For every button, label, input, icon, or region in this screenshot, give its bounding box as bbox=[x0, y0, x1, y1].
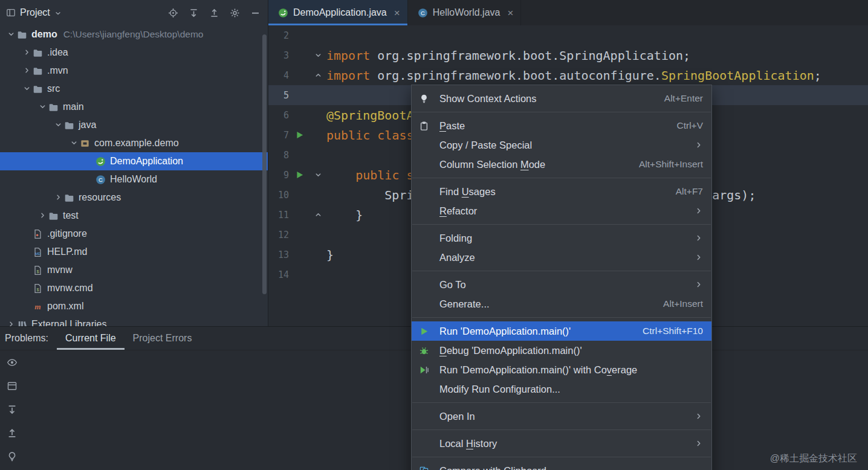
run-gutter-icon[interactable] bbox=[289, 170, 309, 179]
tree-item-mvnw[interactable]: $mvnw bbox=[0, 261, 268, 279]
menu-item-folding[interactable]: Folding bbox=[412, 228, 711, 248]
fold-down-icon[interactable] bbox=[309, 171, 326, 179]
project-view-selector[interactable]: Project bbox=[6, 7, 62, 18]
collapse-all-icon[interactable] bbox=[209, 8, 219, 18]
quickfix-bulb-icon[interactable] bbox=[7, 451, 18, 462]
menu-item-refactor[interactable]: Refactor bbox=[412, 201, 711, 221]
submenu-arrow-icon bbox=[695, 253, 703, 262]
chevron-down-icon[interactable] bbox=[21, 85, 33, 93]
line-number: 9 bbox=[268, 170, 289, 181]
tree-item-test[interactable]: test bbox=[0, 207, 268, 225]
fold-down-icon[interactable] bbox=[309, 51, 326, 59]
chevron-right-icon[interactable] bbox=[21, 66, 33, 75]
fold-up-icon[interactable] bbox=[309, 211, 326, 219]
tree-item-mvn[interactable]: .mvn bbox=[0, 62, 268, 80]
tree-item-mvnw-cmd[interactable]: $mvnw.cmd bbox=[0, 279, 268, 297]
menu-item-run-demoapplication-main-with-coverage[interactable]: Run 'DemoApplication.main()' with Covera… bbox=[412, 360, 711, 379]
preview-icon[interactable] bbox=[7, 357, 18, 368]
tree-item-help-md[interactable]: MDHELP.md bbox=[0, 243, 268, 261]
markdown-file-icon: MD bbox=[33, 247, 47, 257]
tree-item-demoapplication[interactable]: DemoApplication bbox=[0, 152, 268, 170]
menu-item-label: Find Usages bbox=[439, 186, 661, 198]
menu-item-go-to[interactable]: Go To bbox=[412, 275, 711, 294]
tree-item-idea[interactable]: .idea bbox=[0, 43, 268, 62]
code-text: } bbox=[326, 248, 334, 262]
tree-item-src[interactable]: src bbox=[0, 80, 268, 98]
fold-up-icon[interactable] bbox=[309, 71, 326, 79]
debug-icon bbox=[419, 346, 439, 356]
svg-text:$: $ bbox=[36, 286, 39, 292]
chevron-right-icon[interactable] bbox=[5, 320, 17, 326]
expand-all-icon[interactable] bbox=[7, 404, 18, 415]
chevron-down-icon[interactable] bbox=[54, 10, 62, 17]
paste-icon bbox=[419, 121, 439, 131]
chevron-right-icon[interactable] bbox=[36, 211, 48, 220]
run-gutter-icon[interactable] bbox=[289, 130, 309, 140]
menu-item-analyze[interactable]: Analyze bbox=[412, 248, 711, 267]
editor-tab-demoapplication-java[interactable]: DemoApplication.java× bbox=[268, 0, 408, 25]
chevron-down-icon[interactable] bbox=[36, 103, 48, 111]
menu-item-find-usages[interactable]: Find UsagesAlt+F7 bbox=[412, 182, 711, 201]
code-line-3[interactable]: 3import org.springframework.boot.SpringA… bbox=[268, 45, 868, 65]
menu-item-label: Run 'DemoApplication.main()' bbox=[439, 326, 628, 337]
settings-gear-icon[interactable] bbox=[230, 8, 240, 18]
tree-item-label: .mvn bbox=[47, 65, 68, 76]
tree-item-gitignore[interactable]: .gitignore bbox=[0, 225, 268, 243]
menu-item-compare-with-clipboard[interactable]: Compare with Clipboard bbox=[412, 461, 711, 470]
tree-item-label: HELP.md bbox=[47, 246, 87, 257]
menu-item-column-selection-mode[interactable]: Column Selection ModeAlt+Shift+Insert bbox=[412, 155, 711, 174]
tree-item-label: .gitignore bbox=[47, 228, 87, 239]
menu-item-label: Modify Run Configuration... bbox=[439, 384, 703, 395]
close-tab-icon[interactable]: × bbox=[507, 8, 513, 18]
hide-panel-icon[interactable] bbox=[250, 8, 261, 18]
expand-all-icon[interactable] bbox=[189, 8, 199, 18]
svg-text:C: C bbox=[421, 10, 425, 16]
menu-item-copy-paste-special[interactable]: Copy / Paste Special bbox=[412, 135, 711, 155]
code-line-4[interactable]: 4import org.springframework.boot.autocon… bbox=[268, 65, 868, 85]
tree-item-resources[interactable]: resources bbox=[0, 188, 268, 207]
menu-item-label: Open In bbox=[439, 411, 680, 422]
scrollbar-thumb[interactable] bbox=[262, 34, 267, 294]
problems-tab-current-file[interactable]: Current File bbox=[57, 327, 125, 350]
menu-item-show-context-actions[interactable]: Show Context ActionsAlt+Enter bbox=[412, 89, 711, 108]
chevron-down-icon[interactable] bbox=[5, 30, 17, 39]
panel-layout-icon[interactable] bbox=[7, 381, 18, 391]
menu-item-label: Show Context Actions bbox=[439, 93, 650, 105]
menu-item-paste[interactable]: PasteCtrl+V bbox=[412, 116, 711, 135]
menu-separator bbox=[412, 178, 711, 178]
menu-item-run-demoapplication-main[interactable]: Run 'DemoApplication.main()'Ctrl+Shift+F… bbox=[412, 321, 711, 341]
code-line-2[interactable]: 2 bbox=[268, 25, 868, 45]
menu-item-debug-demoapplication-main[interactable]: Debug 'DemoApplication.main()' bbox=[412, 341, 711, 360]
tree-item-external-libraries[interactable]: External Libraries bbox=[0, 315, 268, 326]
menu-item-generate[interactable]: Generate...Alt+Insert bbox=[412, 294, 711, 314]
menu-icon-spacer bbox=[419, 299, 439, 309]
editor-tab-helloworld-java[interactable]: CHelloWorld.java× bbox=[408, 0, 522, 25]
tree-item-pom-xml[interactable]: mpom.xml bbox=[0, 297, 268, 315]
tree-item-label: HelloWorld bbox=[110, 174, 157, 185]
menu-item-local-history[interactable]: Local History bbox=[412, 434, 711, 453]
editor-context-menu: Show Context ActionsAlt+EnterPasteCtrl+V… bbox=[411, 85, 712, 470]
tree-item-java[interactable]: java bbox=[0, 116, 268, 134]
chevron-right-icon[interactable] bbox=[21, 48, 33, 57]
tree-item-com-example-demo[interactable]: com.example.demo bbox=[0, 134, 268, 152]
chevron-right-icon[interactable] bbox=[52, 193, 64, 202]
submenu-arrow-icon bbox=[695, 207, 703, 215]
menu-item-open-in[interactable]: Open In bbox=[412, 407, 711, 426]
menu-separator bbox=[412, 317, 711, 318]
folder-icon bbox=[64, 193, 79, 203]
chevron-down-icon[interactable] bbox=[52, 121, 64, 129]
menu-item-modify-run-configuration[interactable]: Modify Run Configuration... bbox=[412, 379, 711, 399]
chevron-down-icon[interactable] bbox=[68, 139, 80, 147]
tree-item-helloworld[interactable]: CHelloWorld bbox=[0, 170, 268, 188]
tree-item-main[interactable]: main bbox=[0, 98, 268, 116]
tree-item-demo[interactable]: demoC:\Users\jiangfeng\Desktop\demo bbox=[0, 25, 268, 43]
locate-icon[interactable] bbox=[168, 8, 178, 18]
close-tab-icon[interactable]: × bbox=[394, 8, 400, 18]
menu-separator bbox=[412, 430, 711, 430]
problems-tab-project-errors[interactable]: Project Errors bbox=[125, 327, 201, 350]
menu-item-label: Column Selection Mode bbox=[439, 159, 624, 170]
collapse-all-icon[interactable] bbox=[7, 428, 18, 439]
line-number: 8 bbox=[268, 150, 289, 161]
lightbulb-icon bbox=[419, 94, 439, 104]
tree-item-label: com.example.demo bbox=[94, 138, 179, 149]
